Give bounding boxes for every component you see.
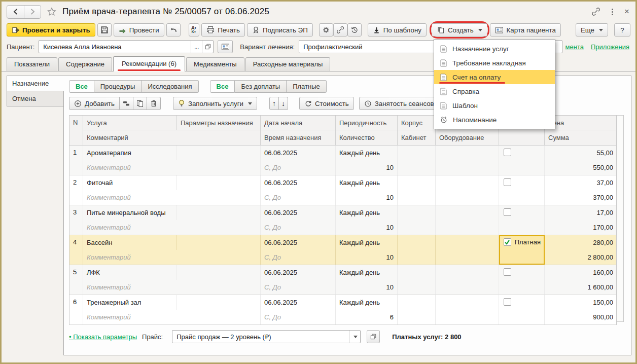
price-open-button[interactable]	[367, 330, 380, 343]
settings-gears-button[interactable]	[319, 23, 333, 37]
paid-cell-active[interactable]: Платная	[499, 235, 545, 265]
caret-down-icon	[248, 102, 252, 105]
price-label: Прайс:	[142, 333, 163, 341]
menu-item-payment-invoice[interactable]: Счет на оплату	[434, 70, 555, 84]
copy-row-button[interactable]	[133, 97, 147, 110]
sign-button[interactable]: Подписать ЭП	[247, 23, 313, 37]
side-tab-assignment[interactable]: Назначение	[7, 76, 64, 91]
tab-indicators[interactable]: Показатели	[7, 57, 57, 71]
filter-procedures[interactable]: Процедуры	[94, 80, 142, 93]
table-row[interactable]: 6 Тренажерный зал 06.06.2025 Каждый день…	[69, 295, 616, 325]
service-cell[interactable]: Тренажерный зал	[83, 295, 177, 310]
undo-button[interactable]	[166, 23, 181, 37]
paid-checkbox-checked[interactable]	[504, 238, 511, 246]
create-button[interactable]: Создать	[432, 23, 487, 37]
menu-item-assign-services[interactable]: Назначение услуг	[434, 42, 555, 56]
paid-checkbox[interactable]	[504, 178, 511, 186]
table-row[interactable]: 5 ЛФК 06.06.2025 Каждый день 160,00 Комм…	[69, 265, 616, 295]
service-cell[interactable]: ЛФК	[83, 265, 177, 280]
patient-value[interactable]: Киселева Алла Ивановна	[39, 41, 191, 53]
menu-item-template[interactable]: Шаблон	[434, 98, 555, 113]
add-row-button[interactable]: Добавить	[69, 97, 120, 110]
move-down-button[interactable]: ↓	[279, 97, 288, 110]
more-menu-icon[interactable]	[612, 9, 613, 15]
services-table: N Услуга Параметры назначения Дата начал…	[69, 115, 617, 325]
price-dropdown-button[interactable]	[349, 331, 360, 343]
back-button[interactable]	[7, 6, 24, 18]
annotation-red-ring: Создать	[430, 21, 489, 39]
patient-choose-button[interactable]: ...	[191, 41, 202, 53]
service-cell[interactable]: Фиточай	[83, 175, 177, 190]
forward-button[interactable]	[24, 6, 41, 18]
history-button[interactable]	[347, 23, 362, 37]
cost-button[interactable]: Стоимость	[299, 97, 354, 110]
table-row[interactable]: 3 Питье минеральной воды 06.06.2025 Кажд…	[69, 205, 616, 235]
close-icon[interactable]: ×	[624, 7, 629, 17]
help-button[interactable]: ?	[614, 23, 630, 37]
print-button[interactable]: Печать	[201, 23, 245, 37]
paid-checkbox[interactable]	[504, 149, 511, 156]
header-params: Параметры назначения	[177, 116, 261, 130]
filter-all-pay[interactable]: Все	[210, 80, 235, 93]
tab-recommendations[interactable]: Рекомендации (6)	[113, 56, 185, 71]
tab-consumables[interactable]: Расходные материалы	[245, 57, 331, 71]
create-docs-icon	[437, 26, 445, 34]
open-icon	[205, 44, 211, 50]
document-link[interactable]: мента	[565, 43, 584, 51]
filter-all-types[interactable]: Все	[69, 80, 94, 93]
save-button[interactable]	[97, 23, 112, 37]
table-row[interactable]: 1 Ароматерапия 06.06.2025 Каждый день 55…	[69, 145, 616, 175]
header-time: Время назначения	[261, 130, 336, 145]
trash-icon	[150, 99, 158, 107]
delete-row-button[interactable]	[147, 97, 161, 110]
price-value[interactable]: Прайс продаж — 2 уровень (₽)	[172, 331, 349, 343]
header-room: Кабинет	[398, 130, 436, 145]
titlebar-actions: ×	[591, 7, 629, 17]
patient-info-card-button[interactable]	[218, 40, 233, 53]
move-up-button[interactable]: ↑	[269, 97, 279, 110]
favorite-star-icon[interactable]	[47, 7, 56, 16]
menu-item-requirement-invoice[interactable]: Требование накладная	[434, 56, 555, 70]
by-template-button[interactable]: По шаблону	[368, 23, 427, 37]
paid-checkbox[interactable]	[504, 298, 511, 306]
price-combo[interactable]: Прайс продаж — 2 уровень (₽)	[172, 330, 361, 343]
get-link-icon[interactable]	[591, 7, 600, 16]
table-row-selected[interactable]: 4 Бассейн 06.06.2025 Каждый день Платная	[69, 235, 616, 265]
tab-content[interactable]: Содержание	[58, 57, 112, 71]
patient-field[interactable]: Киселева Алла Ивановна ...	[39, 40, 214, 53]
paid-checkbox[interactable]	[504, 208, 511, 216]
post-and-close-button[interactable]: Провести и закрыть	[7, 23, 95, 37]
filter-paid[interactable]: Платные	[287, 80, 327, 93]
show-params-link[interactable]: Показать параметры	[69, 333, 137, 341]
menu-item-reminder[interactable]: Напоминание	[434, 113, 555, 127]
dtkt-button[interactable]: ДтКт	[189, 23, 200, 37]
fill-services-button[interactable]: Заполнить услуги	[173, 97, 257, 110]
more-button[interactable]: Еще	[576, 23, 608, 37]
filter-research[interactable]: Исследования	[141, 80, 198, 93]
move-group: ↑ ↓	[269, 97, 288, 110]
paid-checkbox[interactable]	[504, 268, 511, 276]
service-cell[interactable]: Питье минеральной воды	[83, 205, 177, 220]
tab-medicaments[interactable]: Медикаменты	[186, 57, 244, 71]
service-cell[interactable]: Бассейн	[83, 235, 177, 250]
header-equipment: Оборудование	[436, 130, 499, 145]
top-links: мента Приложения	[565, 43, 629, 51]
page-title: Приём врача-терапевта № 25/00057 от 06.0…	[62, 7, 269, 17]
patient-card-icon	[221, 43, 230, 51]
signature-medal-icon	[252, 26, 260, 34]
post-button[interactable]: Провести	[114, 23, 164, 37]
patient-card-button[interactable]: Карта пациента	[490, 23, 561, 37]
filter-no-surcharge[interactable]: Без доплаты	[235, 80, 287, 93]
patient-label: Пациент:	[7, 43, 34, 51]
side-tab-cancel[interactable]: Отмена	[7, 91, 64, 106]
service-cell[interactable]: Ароматерапия	[83, 145, 177, 160]
link-button[interactable]	[333, 23, 347, 37]
attachments-link[interactable]: Приложения	[591, 43, 629, 51]
header-period: Периодичность	[336, 116, 398, 130]
levels-button[interactable]	[120, 97, 133, 110]
patient-open-button[interactable]	[202, 41, 213, 53]
table-row[interactable]: 2 Фиточай 06.06.2025 Каждый день 37,00 К…	[69, 175, 616, 205]
menu-item-certificate[interactable]: Справка	[434, 84, 555, 98]
sessions-button[interactable]: Занятость сеансов	[359, 97, 439, 110]
table-scrollbar[interactable]	[617, 115, 624, 322]
